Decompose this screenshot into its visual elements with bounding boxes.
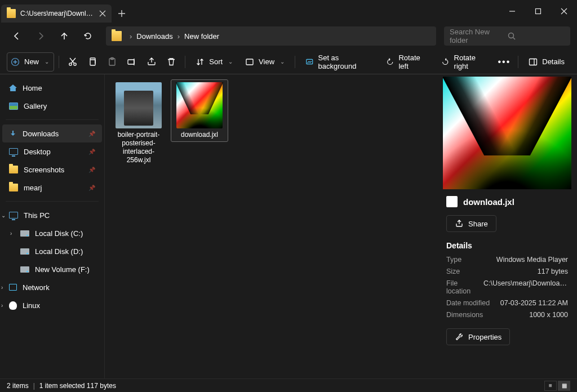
chevron-right-icon[interactable]: › [1,284,9,291]
linux-icon [9,301,17,310]
disk-icon [20,230,29,237]
selection-info: 1 item selected 117 bytes [39,382,116,390]
titlebar: C:\Users\mearj\Downloads\Ne [0,0,577,23]
svg-rect-5 [90,60,95,65]
chevron-down-icon[interactable]: ⌄ [1,212,9,219]
svg-point-3 [69,63,72,65]
file-name: boiler-portrait-posterised-interlaced-25… [113,131,165,164]
svg-point-4 [74,63,76,65]
chevron-right-icon: › [130,32,132,41]
list-view-button[interactable]: ≡ [544,381,557,391]
search-icon [507,32,565,41]
more-button[interactable]: ••• [495,52,513,72]
chevron-right-icon: › [177,32,180,41]
refresh-button[interactable] [78,26,98,46]
details-pane: 🖼 download.jxl Share Details TypeWindows… [437,74,577,378]
sort-button[interactable]: Sort ⌄ [190,52,238,72]
properties-button[interactable]: Properties [446,328,510,345]
navigation-bar: › Downloads › New folder Search New fold… [0,23,577,50]
sidebar-item-home[interactable]: Home [2,79,102,97]
chevron-down-icon: ⌄ [45,59,49,65]
command-bar: New ⌄ Sort ⌄ View ⌄ Set as background Ro… [0,50,577,74]
rotate-right-button[interactable]: Rotate right [436,52,494,72]
pin-icon: 📌 [88,167,95,173]
copy-button[interactable] [83,52,102,72]
file-list[interactable]: boiler-portrait-posterised-interlaced-25… [105,74,437,378]
status-bar: 2 items | 1 item selected 117 bytes ≡ ▦ [0,378,577,392]
svg-point-1 [509,33,514,38]
view-button[interactable]: View ⌄ [239,52,290,72]
chevron-down-icon: ⌄ [280,59,285,65]
details-pane-button[interactable]: Details [523,52,570,72]
new-button[interactable]: New ⌄ [7,52,54,72]
close-tab-button[interactable] [98,9,107,18]
file-name: download.jxl [174,131,225,139]
detail-row-modified: Date modified07-03-2025 11:22 AM [446,299,568,307]
grid-view-button[interactable]: ▦ [558,381,570,391]
navigation-sidebar: Home Gallery Downloads📌 Desktop📌 Screens… [0,74,105,378]
disk-icon [20,266,29,273]
breadcrumb-item[interactable]: Downloads [136,32,172,41]
detail-row-size: Size117 bytes [446,268,568,275]
details-section-header: Details [446,241,568,250]
file-item[interactable]: download.jxl [171,80,228,141]
search-input[interactable]: Search New folder [444,26,570,46]
chevron-right-icon[interactable]: › [1,302,9,309]
folder-icon [9,166,18,173]
maximize-button[interactable] [525,0,551,23]
details-filename: 🖼 download.jxl [446,196,568,207]
share-button[interactable] [143,52,161,72]
set-background-button[interactable]: Set as background [300,52,379,72]
browser-tab[interactable]: C:\Users\mearj\Downloads\Ne [1,5,112,23]
folder-icon [7,9,16,18]
disk-icon [20,248,29,255]
share-button[interactable]: Share [446,215,496,232]
sidebar-item-screenshots[interactable]: Screenshots📌 [2,161,102,179]
sidebar-item-downloads[interactable]: Downloads📌 [2,124,102,142]
breadcrumb-item[interactable]: New folder [184,32,219,41]
forward-button[interactable] [30,26,51,46]
sidebar-item-gallery[interactable]: Gallery [2,97,102,115]
desktop-icon [9,148,18,155]
sidebar-item-drive-c[interactable]: ›Local Disk (C:) [2,224,102,242]
chevron-down-icon: ⌄ [228,59,233,65]
rotate-left-button[interactable]: Rotate left [380,52,434,72]
svg-rect-8 [128,60,134,64]
detail-row-location: File locationC:\Users\mearj\Downloads\N.… [446,279,568,295]
home-icon [9,84,17,91]
up-button[interactable] [54,26,74,46]
chevron-right-icon[interactable]: › [10,230,18,237]
search-placeholder: Search New folder [450,28,507,44]
network-icon [9,284,17,291]
sidebar-item-drive-f[interactable]: New Volume (F:) [2,260,102,278]
gallery-icon [9,103,18,110]
cut-button[interactable] [64,52,82,72]
tab-title: C:\Users\mearj\Downloads\Ne [20,10,94,17]
rename-button[interactable] [123,52,141,72]
new-tab-button[interactable] [112,5,132,23]
back-button[interactable] [7,26,27,46]
detail-row-type: TypeWindows Media Player [446,256,568,264]
sidebar-item-desktop[interactable]: Desktop📌 [2,142,102,161]
address-bar[interactable]: › Downloads › New folder [106,26,436,46]
file-item[interactable]: boiler-portrait-posterised-interlaced-25… [110,80,167,167]
sidebar-item-this-pc[interactable]: ⌄This PC [2,206,102,224]
pin-icon: 📌 [88,149,95,155]
svg-rect-9 [246,59,253,65]
sidebar-item-drive-d[interactable]: Local Disk (D:) [2,242,102,260]
detail-row-dimensions: Dimensions1000 x 1000 [446,311,568,319]
sidebar-item-linux[interactable]: ›Linux [2,296,102,314]
folder-icon [112,31,122,41]
file-type-icon: 🖼 [446,196,458,207]
svg-rect-11 [530,59,537,65]
preview-image [443,77,571,189]
folder-icon [9,184,18,191]
file-thumbnail [176,82,223,128]
sidebar-item-user-folder[interactable]: mearj📌 [2,179,102,197]
paste-button[interactable] [103,52,122,72]
close-window-button[interactable] [551,0,577,23]
minimize-button[interactable] [499,0,525,23]
sidebar-item-network[interactable]: ›Network [2,278,102,296]
pin-icon: 📌 [88,185,95,191]
delete-button[interactable] [162,52,180,72]
